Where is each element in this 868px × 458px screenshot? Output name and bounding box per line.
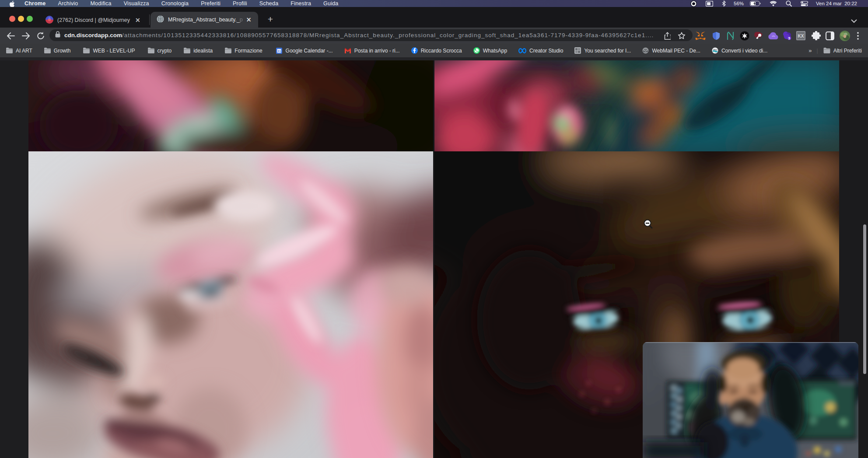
svg-text:5: 5	[788, 37, 790, 40]
svg-text:KX: KX	[798, 34, 804, 38]
svg-text:31: 31	[277, 49, 281, 52]
